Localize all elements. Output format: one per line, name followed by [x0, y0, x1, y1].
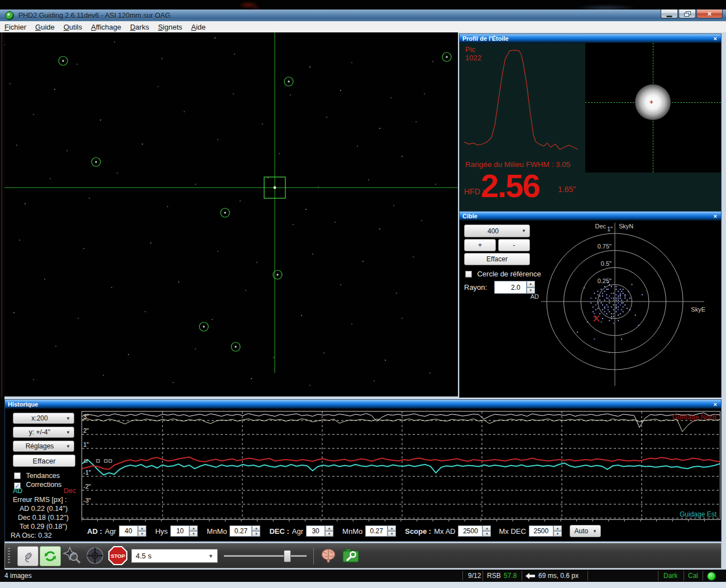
- dec-series-label[interactable]: Dec: [64, 487, 76, 495]
- slider-track[interactable]: [224, 555, 307, 557]
- guide-scatter-point: [601, 322, 602, 323]
- svg-text:STOP: STOP: [111, 553, 125, 559]
- spin-down-icon[interactable]: ▼: [252, 531, 260, 537]
- history-settings-select[interactable]: Réglages▼: [13, 441, 74, 452]
- begin-guiding-button[interactable]: [84, 546, 106, 565]
- radius-input[interactable]: 2.0: [494, 281, 527, 294]
- spin-down-icon[interactable]: ▼: [325, 531, 333, 537]
- dec-minmove-spinner[interactable]: ▲▼: [388, 525, 396, 537]
- dec-aggression-input[interactable]: 30: [306, 525, 325, 537]
- restore-button[interactable]: [679, 9, 696, 18]
- ra-hysteresis-spinner[interactable]: ▲▼: [189, 525, 198, 537]
- detected-star[interactable]: [288, 80, 289, 82]
- reference-circle-checkbox[interactable]: [465, 271, 472, 278]
- dec-minmove-input[interactable]: 0.27: [365, 525, 388, 537]
- history-clear-button[interactable]: Effacer: [13, 455, 75, 467]
- guide-scatter-point: [620, 313, 621, 314]
- loop-exposures-button[interactable]: [40, 546, 61, 566]
- history-panel-header[interactable]: Historique ×: [5, 400, 721, 409]
- menu-item-signets[interactable]: Signets: [154, 22, 187, 32]
- history-xscale-select[interactable]: x:200▼: [13, 413, 74, 424]
- menu-item-fichier[interactable]: Fichier: [0, 22, 31, 32]
- svg-text:0.75": 0.75": [598, 243, 612, 250]
- detected-star[interactable]: [95, 161, 97, 162]
- slider-thumb[interactable]: [284, 550, 291, 562]
- spin-up-icon[interactable]: ▲: [483, 525, 491, 531]
- last-point-x-marker: [594, 316, 599, 322]
- target-clear-button[interactable]: Effacer: [464, 253, 530, 265]
- zoom-in-button[interactable]: +: [464, 239, 496, 251]
- locked-guide-star[interactable]: [274, 187, 276, 189]
- spin-up-icon[interactable]: ▲: [388, 525, 396, 531]
- guide-scatter-point: [611, 293, 612, 294]
- guide-scatter-point: [609, 302, 610, 303]
- ad-series-label[interactable]: AD: [13, 487, 22, 495]
- spin-down-icon[interactable]: ▼: [189, 531, 198, 537]
- spin-up-icon[interactable]: ▲: [553, 525, 562, 531]
- ra-hysteresis-input[interactable]: 10: [170, 525, 189, 537]
- target-zoom-select[interactable]: 400▼: [464, 224, 530, 237]
- advanced-settings-button[interactable]: [318, 546, 339, 565]
- menu-item-affichage[interactable]: Affichage: [87, 22, 126, 32]
- detected-star[interactable]: [276, 274, 278, 275]
- max-ra-duration-input[interactable]: 2500: [458, 525, 483, 537]
- guider-starfield[interactable]: [4, 32, 458, 396]
- toolbar-grip[interactable]: [8, 548, 10, 565]
- guide-scatter-point: [602, 304, 603, 305]
- star-profile-panel-header[interactable]: Profil de l'Étoile ×: [460, 34, 721, 43]
- menu-item-guide[interactable]: Guide: [31, 22, 59, 32]
- close-panel-icon[interactable]: ×: [713, 35, 718, 42]
- menu-item-outils[interactable]: Outils: [59, 22, 87, 32]
- dec-aggression-spinner[interactable]: ▲▼: [325, 525, 333, 537]
- spin-down-icon[interactable]: ▼: [483, 531, 491, 537]
- ra-aggression-input[interactable]: 40: [119, 525, 138, 537]
- star: [114, 41, 115, 42]
- connect-equipment-button[interactable]: [17, 546, 39, 566]
- guiding-history-graph: 3"2"1"-1"-2"-3"Guidage NordGuidage Est: [82, 411, 720, 520]
- spin-up-icon[interactable]: ▲: [138, 525, 146, 531]
- gamma-slider[interactable]: [223, 548, 308, 563]
- star: [305, 209, 307, 210]
- param-label: Mx DEC: [499, 527, 526, 536]
- spin-down-icon[interactable]: ▼: [553, 531, 562, 537]
- ra-minmove-spinner[interactable]: ▲▼: [252, 525, 260, 537]
- dec-guide-mode-select[interactable]: Auto▼: [570, 525, 601, 537]
- max-dec-duration-input[interactable]: 2500: [529, 525, 553, 537]
- history-yscale-select[interactable]: y: +/-4''▼: [13, 427, 74, 438]
- close-button[interactable]: ×: [696, 9, 723, 18]
- ra-aggression-spinner[interactable]: ▲▼: [138, 525, 146, 537]
- spin-up-icon[interactable]: ▲: [527, 281, 535, 288]
- select-value: Auto: [570, 527, 593, 535]
- detected-star[interactable]: [62, 60, 64, 61]
- guide-scatter-point: [621, 309, 622, 310]
- stop-button[interactable]: STOP: [107, 546, 129, 565]
- spin-down-icon[interactable]: ▼: [388, 531, 396, 537]
- close-panel-icon[interactable]: ×: [713, 213, 718, 219]
- spin-down-icon[interactable]: ▼: [138, 531, 146, 537]
- detected-star[interactable]: [224, 212, 226, 213]
- max-dec-duration-spinner[interactable]: ▲▼: [553, 525, 562, 537]
- ra-minmove-input[interactable]: 0.27: [230, 525, 252, 537]
- minimize-button[interactable]: ▬: [661, 9, 678, 18]
- auto-select-star-button[interactable]: [61, 546, 83, 565]
- detected-star[interactable]: [446, 56, 447, 58]
- max-ra-duration-spinner[interactable]: ▲▼: [483, 525, 491, 537]
- zoom-out-button[interactable]: -: [498, 239, 530, 251]
- target-panel-header[interactable]: Cible ×: [460, 212, 721, 221]
- close-panel-icon[interactable]: ×: [713, 401, 718, 408]
- camera-settings-button[interactable]: [340, 546, 361, 565]
- detected-star[interactable]: [203, 326, 204, 327]
- spin-up-icon[interactable]: ▲: [252, 525, 260, 531]
- exposure-duration-select[interactable]: 4.5 s ▼: [131, 549, 218, 563]
- star: [33, 379, 34, 380]
- radius-spinner[interactable]: ▲▼: [527, 281, 535, 294]
- menu-item-darks[interactable]: Darks: [126, 22, 154, 32]
- menu-item-aide[interactable]: Aide: [187, 22, 210, 32]
- spin-down-icon[interactable]: ▼: [527, 288, 535, 294]
- detected-star[interactable]: [235, 346, 236, 347]
- guide-scatter-point: [598, 308, 599, 309]
- spin-up-icon[interactable]: ▲: [325, 525, 333, 531]
- spin-up-icon[interactable]: ▲: [189, 525, 198, 531]
- trends-checkbox[interactable]: [14, 472, 21, 479]
- param-label: MnMo: [207, 527, 227, 536]
